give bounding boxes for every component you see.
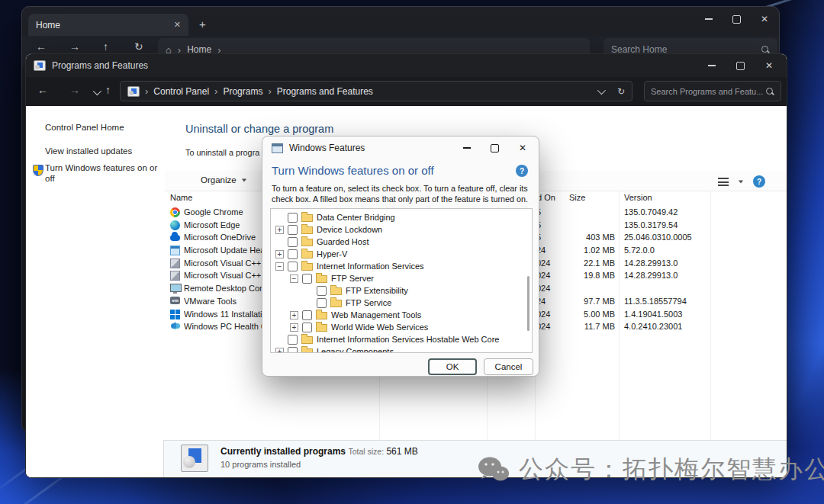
feature-label[interactable]: Hyper-V (317, 249, 347, 258)
sidebar-item-view-installed-updates[interactable]: View installed updates (45, 146, 132, 156)
feature-checkbox[interactable] (288, 335, 298, 345)
expander-icon[interactable]: − (290, 274, 298, 283)
programs-count: 10 programs installed (220, 460, 301, 469)
minimize-button[interactable] (708, 65, 716, 66)
feature-checkbox[interactable] (302, 310, 312, 320)
folder-icon (316, 275, 327, 283)
maximize-button[interactable] (491, 144, 499, 152)
expander-icon[interactable]: + (275, 250, 284, 258)
feature-checkbox[interactable] (317, 286, 327, 296)
column-header-version[interactable]: Version (624, 193, 652, 202)
feature-tree-row[interactable]: FTP Extensibility (271, 284, 526, 297)
feature-tree-row[interactable]: + Hyper-V (271, 248, 526, 260)
feature-tree-row[interactable]: + Device Lockdown (271, 223, 526, 236)
breadcrumb-programs[interactable]: Programs (223, 86, 262, 97)
feature-label[interactable]: Data Center Bridging (317, 213, 395, 222)
programs-and-features-icon (181, 445, 208, 472)
feature-label[interactable]: Guarded Host (317, 237, 369, 246)
feature-checkbox[interactable] (302, 274, 312, 284)
feature-checkbox[interactable] (288, 213, 298, 223)
feature-label[interactable]: Legacy Components (317, 347, 394, 353)
refresh-icon[interactable]: ↻ (134, 40, 143, 53)
close-button[interactable]: ✕ (519, 143, 526, 152)
feature-tree-row[interactable]: + Legacy Components (271, 345, 526, 353)
minimize-button[interactable] (463, 147, 471, 149)
tab-close-icon[interactable]: ✕ (174, 20, 181, 30)
column-header-installed-on[interactable]: d On (537, 193, 555, 202)
feature-checkbox[interactable] (288, 347, 298, 354)
feature-checkbox[interactable] (288, 249, 298, 259)
close-button[interactable]: ✕ (761, 14, 768, 24)
expander-icon[interactable]: − (275, 262, 284, 271)
info-icon[interactable]: ? (516, 165, 528, 177)
features-tree: Data Center Bridging + Device Lockdown G… (271, 211, 526, 353)
sidebar-item-turn-windows-features-line2[interactable]: off (45, 174, 55, 183)
feature-tree-row[interactable]: FTP Service (271, 297, 526, 309)
sidebar-item-turn-windows-features[interactable]: Turn Windows features on or (45, 163, 157, 172)
organize-button[interactable]: Organize (201, 175, 247, 185)
feature-label[interactable]: World Wide Web Services (331, 323, 428, 332)
feature-checkbox[interactable] (302, 323, 312, 332)
windows-features-dialog[interactable]: Windows Features ✕ Turn Windows features… (262, 136, 539, 377)
feature-tree-row[interactable]: Internet Information Services Hostable W… (271, 333, 526, 345)
expander-icon[interactable]: + (275, 226, 284, 234)
chevron-down-icon[interactable] (597, 86, 604, 97)
feature-checkbox[interactable] (288, 225, 298, 235)
close-button[interactable]: ✕ (765, 61, 773, 70)
expander-icon[interactable]: + (275, 348, 284, 354)
chevron-down-icon[interactable] (93, 85, 99, 98)
up-icon[interactable]: ↑ (103, 40, 108, 53)
feature-label[interactable]: Internet Information Services Hostable W… (317, 335, 499, 344)
sidebar-item-control-panel-home[interactable]: Control Panel Home (45, 123, 124, 132)
feature-label[interactable]: Web Management Tools (331, 310, 421, 319)
page-subtext: To uninstall a progra (185, 148, 259, 157)
back-icon[interactable]: ← (36, 40, 47, 53)
feature-tree-row[interactable]: + World Wide Web Services (271, 321, 526, 333)
breadcrumb-control-panel[interactable]: Control Panel (153, 86, 209, 97)
refresh-icon[interactable]: ↻ (617, 86, 625, 97)
maximize-button[interactable] (732, 15, 741, 24)
address-breadcrumb[interactable]: › Control Panel › Programs › Programs an… (120, 81, 632, 101)
feature-tree-row[interactable]: − FTP Server (271, 272, 526, 284)
pf-title-bar[interactable]: Programs and Features ✕ (26, 54, 787, 77)
feature-label[interactable]: FTP Extensibility (346, 286, 408, 295)
chevron-right-icon: › (268, 85, 271, 97)
feature-checkbox[interactable] (288, 262, 298, 271)
scrollbar-thumb[interactable] (527, 276, 529, 331)
feature-checkbox[interactable] (317, 298, 327, 308)
expander-icon[interactable]: + (290, 311, 298, 319)
edge-icon (170, 220, 180, 230)
feature-label[interactable]: FTP Service (346, 298, 391, 307)
feature-label[interactable]: Internet Information Services (317, 262, 424, 271)
feature-tree-row[interactable]: + Web Management Tools (271, 309, 526, 321)
expander-icon[interactable]: + (290, 323, 298, 332)
help-icon[interactable]: ? (753, 175, 765, 188)
view-dropdown-icon[interactable] (739, 180, 743, 183)
breadcrumb-programs-and-features[interactable]: Programs and Features (277, 86, 373, 97)
column-header-size[interactable]: Size (569, 193, 585, 202)
ok-button[interactable]: OK (428, 358, 477, 375)
feature-tree-row[interactable]: − Internet Information Services (271, 260, 526, 272)
column-header-name[interactable]: Name (170, 193, 192, 202)
forward-icon[interactable]: → (69, 84, 80, 96)
feature-tree-row[interactable]: Data Center Bridging (271, 211, 526, 223)
list-view-icon[interactable] (718, 178, 729, 186)
new-tab-button[interactable]: + (199, 18, 206, 30)
explorer-tab-home[interactable]: Home ✕ (28, 14, 188, 36)
back-icon[interactable]: ← (37, 84, 48, 96)
maximize-button[interactable] (736, 62, 745, 70)
forward-icon[interactable]: → (69, 40, 80, 53)
feature-label[interactable]: Device Lockdown (317, 225, 382, 234)
feature-checkbox[interactable] (288, 237, 298, 247)
up-icon[interactable]: ↑ (105, 84, 111, 96)
dialog-title-bar[interactable]: Windows Features ✕ (262, 136, 539, 159)
uac-shield-icon (33, 165, 43, 176)
feature-label[interactable]: FTP Server (331, 274, 374, 283)
feature-tree-row[interactable]: Guarded Host (271, 236, 526, 248)
features-tree-box[interactable]: Data Center Bridging + Device Lockdown G… (270, 208, 533, 353)
minimize-button[interactable] (705, 18, 713, 20)
cancel-button[interactable]: Cancel (484, 358, 533, 375)
search-icon[interactable] (765, 87, 774, 96)
wechat-icon (478, 456, 510, 483)
search-input[interactable]: Search Programs and Featu... (644, 81, 781, 101)
